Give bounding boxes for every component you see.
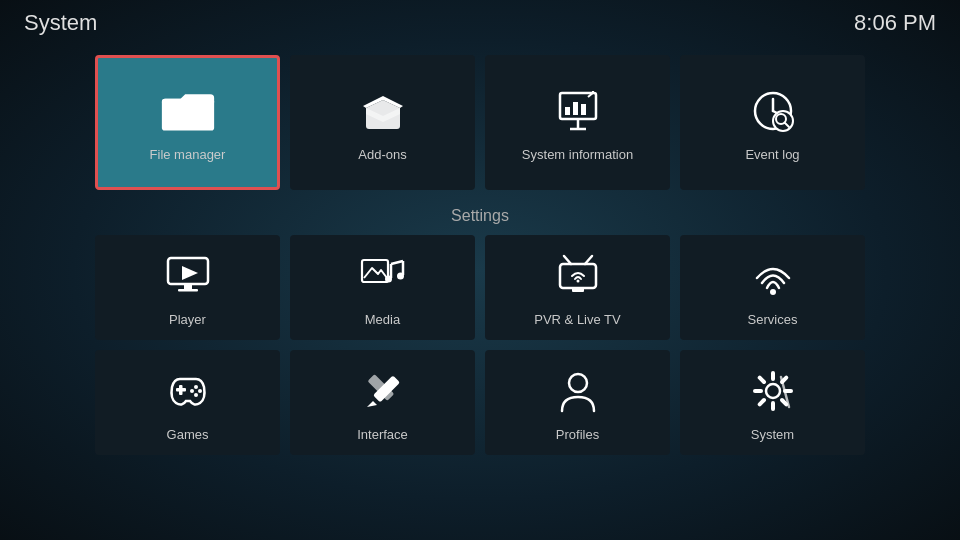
svg-line-49 — [782, 400, 786, 404]
svg-point-35 — [194, 385, 198, 389]
settings-label: Settings — [0, 207, 960, 225]
svg-point-32 — [770, 289, 776, 295]
games-icon — [160, 363, 216, 419]
svg-marker-40 — [367, 401, 377, 407]
clock: 8:06 PM — [854, 10, 936, 36]
eventlog-icon — [745, 83, 801, 139]
tile-player[interactable]: Player — [95, 235, 280, 340]
tile-event-log[interactable]: Event log — [680, 55, 865, 190]
svg-point-36 — [198, 389, 202, 393]
interface-icon — [355, 363, 411, 419]
sysinfo-icon — [550, 83, 606, 139]
svg-rect-5 — [565, 107, 570, 115]
header: System 8:06 PM — [0, 0, 960, 46]
file-manager-label: File manager — [150, 147, 226, 162]
tile-file-manager[interactable]: File manager — [95, 55, 280, 190]
top-tiles-row: File manager Add-ons — [0, 55, 960, 190]
tile-services[interactable]: Services — [680, 235, 865, 340]
pvr-live-tv-label: PVR & Live TV — [534, 312, 620, 327]
media-label: Media — [365, 312, 400, 327]
svg-rect-18 — [184, 284, 192, 289]
svg-rect-34 — [179, 385, 183, 395]
svg-rect-7 — [581, 104, 586, 115]
tile-add-ons[interactable]: Add-ons — [290, 55, 475, 190]
app-title: System — [24, 10, 97, 36]
services-icon — [745, 248, 801, 304]
svg-line-51 — [759, 400, 763, 404]
services-label: Services — [748, 312, 798, 327]
tile-interface[interactable]: Interface — [290, 350, 475, 455]
svg-point-25 — [385, 276, 392, 283]
games-label: Games — [167, 427, 209, 442]
tile-games[interactable]: Games — [95, 350, 280, 455]
tile-pvr-live-tv[interactable]: PVR & Live TV — [485, 235, 670, 340]
svg-point-43 — [766, 384, 780, 398]
media-icon — [355, 248, 411, 304]
svg-rect-1 — [165, 103, 210, 127]
pvr-icon — [550, 248, 606, 304]
player-icon — [160, 248, 216, 304]
svg-rect-19 — [178, 289, 198, 292]
system-information-label: System information — [522, 147, 633, 162]
settings-section: Settings Player — [0, 207, 960, 465]
interface-label: Interface — [357, 427, 408, 442]
tile-profiles[interactable]: Profiles — [485, 350, 670, 455]
addons-icon — [355, 83, 411, 139]
svg-rect-6 — [573, 102, 578, 115]
svg-point-26 — [397, 273, 404, 280]
add-ons-label: Add-ons — [358, 147, 406, 162]
svg-point-42 — [569, 374, 587, 392]
system-label: System — [751, 427, 794, 442]
profiles-icon — [550, 363, 606, 419]
profiles-label: Profiles — [556, 427, 599, 442]
settings-row-1: Player Media — [0, 235, 960, 340]
event-log-label: Event log — [745, 147, 799, 162]
svg-line-23 — [391, 261, 403, 264]
player-label: Player — [169, 312, 206, 327]
svg-rect-30 — [572, 288, 584, 292]
svg-point-31 — [576, 280, 579, 283]
folder-icon — [160, 83, 216, 139]
tile-system[interactable]: System — [680, 350, 865, 455]
svg-marker-20 — [182, 266, 198, 280]
tile-system-information[interactable]: System information — [485, 55, 670, 190]
system-icon — [745, 363, 801, 419]
settings-row-2: Games Interface — [0, 350, 960, 455]
svg-line-48 — [759, 378, 763, 382]
tile-media[interactable]: Media — [290, 235, 475, 340]
svg-point-37 — [190, 389, 194, 393]
svg-point-38 — [194, 393, 198, 397]
